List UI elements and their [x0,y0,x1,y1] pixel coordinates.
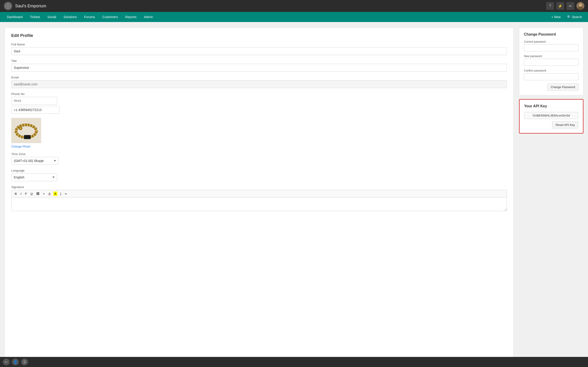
app-logo [4,2,12,10]
nav-right: + New 🔍 Search [549,14,584,20]
nav-solutions[interactable]: Solutions [60,13,80,21]
change-password-title: Change Password [524,32,579,36]
nav-links: Dashboard Tickets Social Solutions Forum… [4,13,156,21]
sig-font-btn[interactable]: F [24,192,28,196]
top-bar-right: ? ⚡ ✏ [546,2,584,10]
reset-api-key-button[interactable]: Reset API Key [552,121,578,128]
change-password-button[interactable]: Change Password [547,83,579,91]
timezone-group: Time Zone (GMT+01:00) Skopje (GMT+00:00)… [11,152,507,165]
sig-text-color-btn[interactable]: A [48,192,52,196]
phone-type-input[interactable] [11,97,57,105]
right-panels: Change Password Current password New pas… [519,27,583,361]
email-group: Email [11,76,507,88]
profile-photo [11,118,41,143]
new-button[interactable]: + New [549,14,563,20]
current-password-group: Current password [524,40,579,51]
signature-label: Signature [11,185,507,189]
nav-forums[interactable]: Forums [81,13,98,21]
sig-arrow-btn[interactable]: > [42,192,46,196]
nav-social[interactable]: Social [44,13,59,21]
new-password-label: New password [524,55,579,58]
app-title: Saul's Emporium [15,4,46,8]
language-label: Language [11,169,507,172]
phone-inputs [11,97,507,114]
svg-point-4 [579,3,582,7]
timezone-select[interactable]: (GMT+01:00) Skopje (GMT+00:00) UTC (GMT-… [11,157,59,165]
top-bar-left: Saul's Emporium [4,2,46,10]
phone-label: Phone No [11,92,507,96]
svg-rect-9 [24,135,31,139]
top-bar: Saul's Emporium ? ⚡ ✏ [0,0,588,12]
nav-dashboard[interactable]: Dashboard [4,13,26,21]
sig-bold-btn[interactable]: B [14,192,18,196]
bottom-bar: ↩ 👤 ☰ [0,357,588,367]
change-photo-link[interactable]: Change Photo [11,145,30,148]
confirm-password-label: Confirm password [524,69,579,72]
bottom-back-icon[interactable]: ↩ [3,359,10,365]
full-name-input[interactable] [11,47,507,55]
current-password-input[interactable] [524,44,579,51]
language-group: Language English French German Spanish [11,169,507,181]
signature-textarea[interactable] [11,197,507,211]
main-content: Edit Profile Full Name Title Email Phone… [0,22,588,367]
user-avatar-icon[interactable] [577,2,584,10]
flash-icon[interactable]: ⚡ [556,2,564,10]
full-name-label: Full Name [11,43,507,46]
language-select[interactable]: English French German Spanish [11,173,57,181]
phone-number-input[interactable] [11,106,60,114]
new-password-group: New password [524,55,579,66]
bottom-menu-icon[interactable]: ☰ [21,359,28,365]
sig-bracket-btn[interactable]: ] [59,192,62,196]
phone-group: Phone No [11,92,507,114]
sig-underline-btn[interactable]: U [30,192,34,196]
title-group: Title [11,59,507,72]
nav-admin[interactable]: Admin [141,13,156,21]
sig-image-btn[interactable]: 🖼 [35,192,40,196]
sig-link-btn[interactable]: ∞ [64,192,68,196]
email-label: Email [11,76,507,79]
title-input[interactable] [11,64,507,72]
nav-bar: Dashboard Tickets Social Solutions Forum… [0,12,588,22]
change-password-actions: Change Password [524,83,579,91]
svg-point-2 [8,6,9,6]
sig-italic-btn[interactable]: I [19,192,22,196]
signature-group: Signature B I F U 🖼 > A A ] ∞ [11,185,507,212]
search-button[interactable]: 🔍 Search [565,14,584,20]
signature-toolbar: B I F U 🖼 > A A ] ∞ [11,190,507,197]
svg-point-11 [19,127,22,129]
help-icon[interactable]: ? [546,2,554,10]
new-password-input[interactable] [524,59,579,66]
confirm-password-input[interactable] [524,73,579,80]
confirm-password-group: Confirm password [524,69,579,80]
nav-tickets[interactable]: Tickets [27,13,43,21]
edit-profile-panel: Edit Profile Full Name Title Email Phone… [5,27,514,361]
edit-profile-title: Edit Profile [11,33,507,38]
sig-highlight-btn[interactable]: A [53,192,57,196]
edit-icon[interactable]: ✏ [566,2,574,10]
email-input[interactable] [11,80,507,88]
timezone-label: Time Zone [11,152,507,156]
bottom-user-icon[interactable]: 👤 [12,359,19,365]
api-key-value[interactable] [524,112,578,119]
api-key-title: Your API Key [524,104,578,108]
full-name-group: Full Name [11,43,507,55]
current-password-label: Current password [524,40,579,43]
change-password-panel: Change Password Current password New pas… [519,27,583,95]
nav-reports[interactable]: Reports [122,13,140,21]
api-key-actions: Reset API Key [524,121,578,128]
nav-customers[interactable]: Customers [99,13,121,21]
api-key-panel: Your API Key Reset API Key [519,99,583,133]
title-label: Title [11,59,507,63]
photo-container: Change Photo [11,118,507,148]
